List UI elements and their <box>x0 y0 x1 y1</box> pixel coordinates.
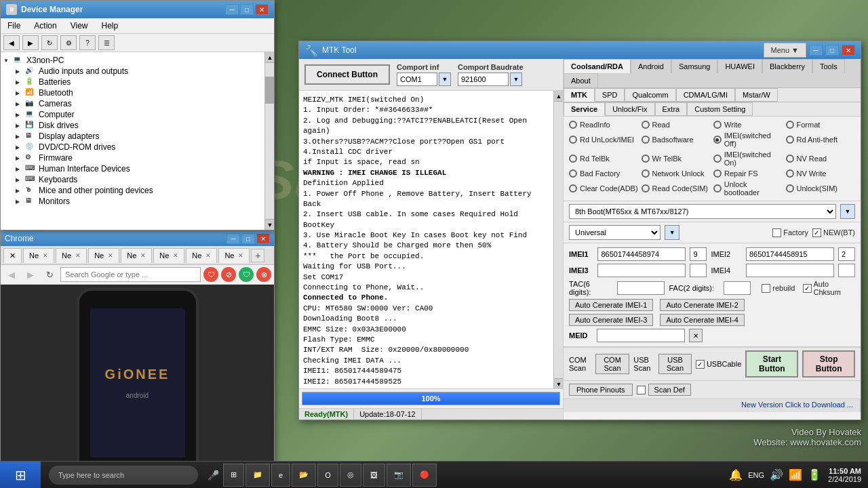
tree-item-disk[interactable]: ▶ 💾 Disk drives <box>16 120 262 131</box>
radio-rd-telbk[interactable] <box>569 155 577 163</box>
tab-huawei[interactable]: HUAWEI <box>717 59 762 73</box>
imei4-input[interactable] <box>746 264 834 277</box>
scroll-up[interactable]: ▲ <box>265 52 274 63</box>
auto-chksum-checkbox[interactable]: ✓ Auto Chksum <box>803 280 855 296</box>
option-unlock-sim[interactable]: Unlock(SIM) <box>786 180 856 197</box>
imei2-digit[interactable] <box>838 247 855 261</box>
righttab-service[interactable]: Service <box>564 102 605 116</box>
universal-arrow[interactable]: ▼ <box>665 225 679 240</box>
radio-bad-factory[interactable] <box>569 169 577 178</box>
view-btn[interactable]: ☰ <box>98 35 115 50</box>
tab-ne3[interactable]: Ne✕ <box>88 248 119 263</box>
option-bad-factory[interactable]: Bad Factory <box>569 169 639 178</box>
radio-rd-antitheft[interactable] <box>786 136 794 144</box>
back-nav-button[interactable]: ◀ <box>3 267 20 282</box>
console-scroll-down[interactable]: ▼ <box>554 378 563 389</box>
tree-item-keyboards[interactable]: ▶ ⌨ Keyboards <box>16 174 262 185</box>
tab-android[interactable]: Android <box>631 59 671 73</box>
subtab-cdma[interactable]: CDMA/LG/MI <box>676 88 735 102</box>
tree-item-cameras[interactable]: ▶ 📷 Cameras <box>16 98 262 109</box>
radio-imei-on[interactable] <box>713 155 722 163</box>
option-readinfo[interactable]: ReadInfo <box>569 121 639 129</box>
radio-rd-unlock[interactable] <box>569 136 577 144</box>
rebuild-checkbox[interactable]: rebuild <box>762 284 795 293</box>
tree-item-computer[interactable]: ▶ 💻 Computer <box>16 109 262 120</box>
righttab-custom[interactable]: Custom Setting <box>687 102 753 116</box>
scan-def-checkbox[interactable] <box>637 386 646 394</box>
forward-nav-button[interactable]: ▶ <box>22 267 39 282</box>
option-rd-unlock[interactable]: Rd UnLock/IMEI <box>569 131 639 148</box>
taskbar-item-edge[interactable]: e <box>271 464 290 487</box>
taskbar-search[interactable] <box>49 466 198 485</box>
reload-nav-button[interactable]: ↻ <box>41 267 58 282</box>
radio-write[interactable] <box>713 121 722 129</box>
imei1-digit[interactable] <box>690 247 707 261</box>
browser-minimize[interactable]: ─ <box>226 233 240 244</box>
radio-nv-write[interactable] <box>786 169 794 178</box>
connect-button[interactable]: Connect Button <box>304 64 390 85</box>
console-scroll-up[interactable]: ▲ <box>554 91 563 102</box>
com-scan-btn[interactable]: COM Scan <box>595 354 630 374</box>
menu-dropdown-btn[interactable]: Menu ▼ <box>764 43 806 58</box>
option-imei-on[interactable]: IMEI(switched On) <box>713 150 783 167</box>
tree-item-firmware[interactable]: ▶ ⚙ Firmware <box>16 152 262 163</box>
notification-icon[interactable]: 🔔 <box>729 468 743 481</box>
scroll-thumb[interactable] <box>265 77 274 104</box>
comport-arrow[interactable]: ▼ <box>439 73 451 86</box>
option-clear-adb[interactable]: Clear Code(ADB) <box>569 180 639 197</box>
minimize-button[interactable]: ─ <box>225 4 239 15</box>
gen-imei2-btn[interactable]: Auto Cenerate IMEI-2 <box>660 299 744 311</box>
stop-btn[interactable]: ⊗ <box>256 267 271 282</box>
network-icon[interactable]: 📶 <box>789 468 802 481</box>
universal-select[interactable]: Universal <box>569 225 660 240</box>
tree-item-mice[interactable]: ▶ 🖱 Mice and other pointing devices <box>16 185 262 196</box>
tac-input[interactable] <box>617 281 665 295</box>
gen-imei1-btn[interactable]: Auto Cenerate IMEI-1 <box>569 299 653 311</box>
stop-button[interactable]: Stop Button <box>802 350 855 378</box>
taskbar-item-app2[interactable]: 📷 <box>387 464 411 487</box>
meid-clear-btn[interactable]: ✕ <box>689 329 703 342</box>
shield-btn[interactable]: 🛡 <box>239 267 254 282</box>
tab-coolsand[interactable]: Coolsand/RDA <box>564 59 631 73</box>
mtk-minimize[interactable]: ─ <box>809 45 823 56</box>
taskbar-item-files[interactable]: 📂 <box>292 464 316 487</box>
tree-item-monitors[interactable]: ▶ 🖥 Monitors <box>16 196 262 207</box>
mtk-close[interactable]: ✕ <box>842 45 855 56</box>
radio-unlock-boot[interactable] <box>713 184 722 192</box>
gen-imei4-btn[interactable]: Auto Cenerate IMEI-4 <box>660 314 744 326</box>
baud-arrow[interactable]: ▼ <box>510 73 522 86</box>
tab-ne5[interactable]: Ne✕ <box>153 248 184 263</box>
browser-close[interactable]: ✕ <box>256 233 270 244</box>
forward-btn[interactable]: ▶ <box>22 35 39 50</box>
tree-item-dvd[interactable]: ▶ 💿 DVD/CD-ROM drives <box>16 142 262 152</box>
start-button[interactable]: Start Button <box>745 350 798 378</box>
imei4-digit[interactable] <box>838 264 855 277</box>
righttab-extra[interactable]: Extra <box>655 102 688 116</box>
factory-checkbox[interactable]: Factory <box>772 228 808 237</box>
tab-ne4[interactable]: Ne✕ <box>121 248 152 263</box>
usb-cable-checkbox[interactable]: ✓ USBCable <box>696 360 741 369</box>
taskbar-clock[interactable]: 11:50 AM 2/24/2019 <box>828 467 868 483</box>
tree-scrollbar[interactable]: ▲ ▼ <box>264 52 274 230</box>
tree-item-hid[interactable]: ▶ ⌨ Human Interface Devices <box>16 163 262 174</box>
rebuild-checkbox-box[interactable] <box>762 284 770 293</box>
scroll-down[interactable]: ▼ <box>265 219 274 230</box>
radio-imei-off[interactable] <box>713 136 722 144</box>
gen-imei3-btn[interactable]: Auto Cenerate IMEI-3 <box>569 314 653 326</box>
tab-ne6[interactable]: Ne✕ <box>186 248 217 263</box>
tab-tools[interactable]: Tools <box>812 59 845 73</box>
radio-network-unlock[interactable] <box>642 169 650 178</box>
subtab-qualcomm[interactable]: Qualcomm <box>625 88 675 102</box>
tree-root[interactable]: ▼ 💻 X3non-PC <box>3 55 262 66</box>
battery-icon[interactable]: 🔋 <box>808 468 821 481</box>
scan-def-btn[interactable]: Scan Def <box>648 384 691 396</box>
imei3-input[interactable] <box>597 264 686 277</box>
tree-item-audio[interactable]: ▶ 🔊 Audio inputs and outputs <box>16 66 262 77</box>
mtk-maximize[interactable]: □ <box>825 45 839 56</box>
menu-file[interactable]: File <box>3 20 24 32</box>
usb-scan-btn[interactable]: USB Scan <box>658 354 692 374</box>
option-nv-read[interactable]: NV Read <box>786 150 856 167</box>
meid-input[interactable] <box>597 329 685 342</box>
subtab-mtk[interactable]: MTK <box>564 88 595 102</box>
address-bar[interactable] <box>60 267 201 282</box>
